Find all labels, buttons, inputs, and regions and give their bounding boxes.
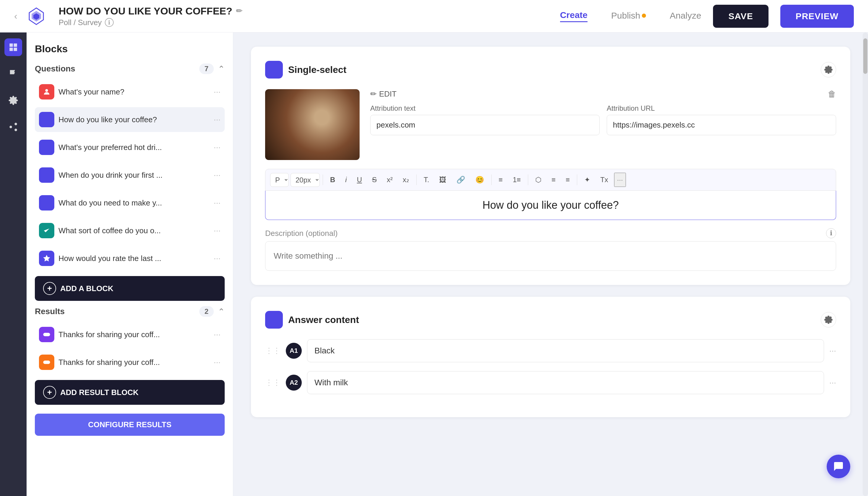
delete-image-button[interactable]: 🗑 <box>828 89 836 99</box>
drag-handle-a2[interactable]: ⋮⋮ <box>265 378 280 387</box>
tab-publish[interactable]: Publish <box>611 11 646 22</box>
block-icon-q3 <box>39 140 54 155</box>
image-edit-area: ✏ EDIT 🗑 Attribution text Attribution UR… <box>265 89 836 160</box>
sidebar-item-share[interactable] <box>4 118 22 136</box>
answer-input-a2[interactable] <box>307 371 824 394</box>
block-item-q1[interactable]: What's your name? ··· <box>35 79 225 104</box>
toolbar-more-button[interactable]: ··· <box>614 173 626 187</box>
survey-title-area: HOW DO YOU LIKE YOUR COFFEE? ✏ Poll / Su… <box>59 5 243 27</box>
add-block-button[interactable]: + ADD A BLOCK <box>35 276 225 301</box>
results-count: 2 <box>199 306 214 317</box>
block-item-r1[interactable]: Thanks for sharing your coff... ··· <box>35 322 225 347</box>
answer-content-settings-button[interactable] <box>821 312 836 327</box>
attribution-url-label: Attribution URL <box>607 104 836 112</box>
attribution-text-input[interactable] <box>370 115 600 135</box>
sidebar-item-blocks[interactable] <box>4 38 22 56</box>
save-button[interactable]: SAVE <box>713 5 768 28</box>
svg-rect-6 <box>14 48 17 51</box>
toolbar-image-button[interactable]: 🖼 <box>435 173 451 186</box>
block-icon-r1 <box>39 327 54 342</box>
block-text-r2: Thanks for sharing your coff... <box>59 358 210 367</box>
edit-header: ✏ EDIT 🗑 <box>370 89 836 99</box>
answer-item-a1: ⋮⋮ A1 ··· <box>265 339 836 362</box>
block-menu-r2[interactable]: ··· <box>214 358 220 367</box>
tab-analyze[interactable]: Analyze <box>670 11 701 22</box>
answer-more-a2[interactable]: ··· <box>829 378 836 387</box>
toolbar-italic-button[interactable]: i <box>341 173 351 186</box>
sidebar-item-flag[interactable] <box>4 65 22 83</box>
block-menu-r1[interactable]: ··· <box>214 330 220 339</box>
drag-handle-a1[interactable]: ⋮⋮ <box>265 346 280 355</box>
preview-button[interactable]: PREVIEW <box>780 5 854 28</box>
survey-title-edit-icon[interactable]: ✏ <box>236 6 243 16</box>
answer-input-a1[interactable] <box>307 339 824 362</box>
toolbar-divider-3 <box>491 174 492 185</box>
questions-collapse-btn[interactable]: ⌃ <box>218 64 225 74</box>
add-result-plus-icon: + <box>43 386 56 399</box>
block-menu-q7[interactable]: ··· <box>214 253 220 263</box>
block-item-q3[interactable]: What's your preferred hot dri... ··· <box>35 135 225 160</box>
toolbar-divider-1 <box>323 174 323 185</box>
toolbar-numbered-list-button[interactable]: 1≡ <box>509 173 525 186</box>
coffee-image <box>265 89 360 160</box>
block-menu-q3[interactable]: ··· <box>214 143 220 152</box>
block-icon-r2 <box>39 355 54 370</box>
results-collapse-btn[interactable]: ⌃ <box>218 307 225 316</box>
toolbar-align-right-button[interactable]: ≡ <box>561 173 574 186</box>
block-icon-user <box>39 84 54 99</box>
description-input[interactable] <box>265 241 836 271</box>
publish-badge-dot <box>642 14 646 18</box>
results-label: Results <box>35 307 65 316</box>
svg-marker-24 <box>43 255 50 261</box>
toolbar-plaintext-button[interactable]: T. <box>420 173 433 186</box>
sidebar-item-settings[interactable] <box>4 92 22 109</box>
block-menu-q4[interactable]: ··· <box>214 170 220 180</box>
card-header-answer: Answer content <box>265 311 836 329</box>
toolbar-divider-5 <box>577 174 577 185</box>
topnav: ‹ HOW DO YOU LIKE YOUR COFFEE? ✏ Poll / … <box>0 0 868 32</box>
toolbar-strikethrough-button[interactable]: S <box>368 173 381 186</box>
scrollbar-thumb[interactable] <box>863 38 867 74</box>
block-text-q1: What's your name? <box>59 88 210 96</box>
toolbar-subscript-button[interactable]: x₂ <box>399 173 413 186</box>
block-menu-q5[interactable]: ··· <box>214 198 220 207</box>
toolbar-fontsize-select[interactable]: 20px <box>291 173 320 187</box>
editor-toolbar: P 20px B i U S x² x₂ T. 🖼 🔗 😊 ≡ 1≡ <box>265 169 836 191</box>
block-item-q7[interactable]: How would you rate the last ... ··· <box>35 246 225 271</box>
toolbar-align-center-button[interactable]: ≡ <box>547 173 560 186</box>
tab-create[interactable]: Create <box>560 10 588 22</box>
block-item-q6[interactable]: What sort of coffee do you o... ··· <box>35 218 225 243</box>
toolbar-superscript-button[interactable]: x² <box>383 173 397 186</box>
add-result-button[interactable]: + ADD RESULT BLOCK <box>35 380 225 405</box>
chat-bubble-button[interactable] <box>827 455 850 478</box>
toolbar-underline-button[interactable]: U <box>353 173 366 186</box>
back-button[interactable]: ‹ <box>14 11 17 21</box>
toolbar-clear-format-button[interactable]: Tx <box>596 173 612 186</box>
single-select-settings-button[interactable] <box>821 62 836 77</box>
description-info-icon[interactable]: ℹ <box>826 228 836 238</box>
answer-more-a1[interactable]: ··· <box>829 346 836 355</box>
block-item-q2[interactable]: How do you like your coffee? ··· <box>35 107 225 132</box>
toolbar-bullet-list-button[interactable]: ≡ <box>495 173 507 186</box>
block-menu-q2[interactable]: ··· <box>214 115 220 124</box>
block-item-q4[interactable]: When do you drink your first ... ··· <box>35 163 225 187</box>
toolbar-highlight-button[interactable]: ✦ <box>580 173 594 186</box>
toolbar-paragraph-select[interactable]: P <box>270 173 289 187</box>
attribution-url-input[interactable] <box>607 115 836 135</box>
block-menu-q1[interactable]: ··· <box>214 87 220 96</box>
main-layout: Blocks Questions 7 ⌃ What's your name? ·… <box>0 32 868 496</box>
block-icon-q6 <box>39 223 54 238</box>
toolbar-align-left-button[interactable]: ⬡ <box>531 173 546 186</box>
question-text-input[interactable] <box>265 191 836 220</box>
configure-results-button[interactable]: CONFIGURE RESULTS <box>35 414 225 436</box>
toolbar-bold-button[interactable]: B <box>326 173 339 186</box>
right-scrollbar[interactable] <box>863 32 868 496</box>
toolbar-link-button[interactable]: 🔗 <box>452 173 469 186</box>
info-icon[interactable]: ℹ <box>105 18 114 27</box>
block-item-q5[interactable]: What do you need to make y... ··· <box>35 190 225 215</box>
block-icon-q5 <box>39 195 54 211</box>
block-item-r2[interactable]: Thanks for sharing your coff... ··· <box>35 350 225 375</box>
block-menu-q6[interactable]: ··· <box>214 226 220 235</box>
toolbar-emoji-button[interactable]: 😊 <box>471 173 488 186</box>
edit-image-button[interactable]: ✏ EDIT <box>370 90 397 98</box>
